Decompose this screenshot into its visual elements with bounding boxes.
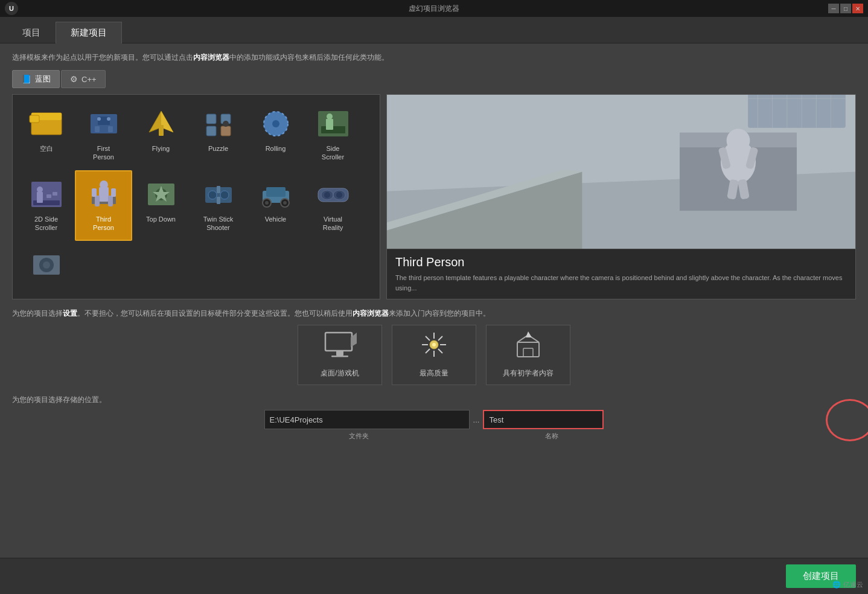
template-puzzle[interactable]: Puzzle (190, 100, 247, 170)
quality-icon (421, 331, 447, 363)
svg-line-94 (438, 336, 442, 340)
svg-point-32 (100, 180, 108, 189)
svg-point-59 (43, 261, 50, 269)
template-blank-icon (25, 106, 68, 142)
svg-rect-31 (99, 187, 109, 202)
template-vehicle-icon (255, 176, 297, 212)
settings-starter-btn[interactable]: 具有初学者内容 (486, 325, 570, 385)
template-side-scroller[interactable]: SideScroller (304, 100, 362, 170)
template-vr[interactable]: VirtualReality (304, 170, 362, 241)
template-vr-label: VirtualReality (323, 215, 343, 232)
template-vehicle[interactable]: Vehicle (247, 170, 304, 241)
svg-point-67 (727, 129, 750, 152)
template-rolling[interactable]: Rolling (247, 100, 304, 170)
lang-tab-cpp[interactable]: ⚙ C++ (61, 70, 106, 88)
svg-point-56 (336, 192, 342, 198)
path-inputs: ... (12, 410, 856, 429)
main-container: 项目 新建项目 选择模板来作为起点以用于您的新项目。您可以通过点击内容浏览器中的… (0, 17, 868, 594)
svg-point-50 (283, 201, 287, 205)
template-vr-icon (312, 176, 354, 212)
template-puzzle-icon (197, 106, 240, 142)
template-tp-icon (83, 176, 125, 212)
svg-rect-35 (92, 188, 97, 197)
template-flying[interactable]: Flying (132, 100, 190, 170)
svg-point-7 (97, 117, 101, 121)
settings-buttons: 桌面/游戏机 (12, 325, 856, 385)
template-2d-icon (25, 176, 68, 212)
template-grid: 空白 (13, 95, 380, 299)
path-desc: 为您的项目选择存储的位置。 (12, 395, 856, 405)
path-input[interactable] (264, 410, 470, 429)
bottom-bar: 创建项目 (0, 558, 868, 594)
path-dots[interactable]: ... (470, 415, 483, 424)
starter-label: 具有初学者内容 (503, 368, 554, 378)
tab-projects[interactable]: 项目 (7, 22, 56, 43)
preview-title: Third Person (395, 255, 847, 269)
template-side-label: SideScroller (322, 144, 344, 162)
minimize-button[interactable]: ─ (828, 4, 839, 13)
template-first-person[interactable]: FirstPerson (75, 100, 132, 170)
desktop-icon (323, 331, 357, 363)
svg-point-27 (37, 187, 43, 193)
watermark: 🌐 亿速云 (832, 580, 863, 589)
template-third-person[interactable]: ThirdPerson (75, 170, 132, 241)
svg-rect-11 (159, 125, 164, 136)
template-tp-label: ThirdPerson (93, 215, 114, 232)
settings-desc: 为您的项目选择设置。不要担心，您可以稍后在项目设置的目标硬件部分变更这些设置。您… (12, 308, 856, 319)
template-twin-stick[interactable]: Twin StickShooter (190, 170, 247, 241)
name-input[interactable] (483, 410, 604, 429)
template-extra-icon (25, 247, 68, 283)
svg-rect-6 (108, 126, 113, 132)
template-ts-label: Twin StickShooter (203, 215, 234, 232)
template-2d-label: 2D SideScroller (34, 215, 58, 232)
svg-rect-99 (523, 348, 533, 357)
template-fp-label: FirstPerson (93, 144, 114, 162)
maximize-button[interactable]: □ (840, 4, 851, 13)
svg-line-93 (438, 349, 442, 353)
template-puzzle-label: Puzzle (208, 144, 228, 153)
template-td-icon (140, 176, 182, 212)
settings-quality-btn[interactable]: 最高质量 (392, 325, 476, 385)
svg-point-41 (208, 191, 217, 199)
svg-rect-15 (221, 126, 231, 136)
template-top-down[interactable]: Top Down (132, 170, 190, 241)
template-2d-side[interactable]: 2D SideScroller (18, 170, 75, 241)
svg-rect-14 (206, 126, 216, 136)
path-labels: 文件夹 名称 (12, 432, 856, 441)
svg-rect-85 (336, 351, 343, 356)
desktop-label: 桌面/游戏机 (321, 368, 359, 378)
tab-new-project[interactable]: 新建项目 (56, 22, 122, 43)
svg-rect-22 (326, 119, 333, 130)
cpp-icon: ⚙ (70, 74, 78, 84)
template-extra[interactable] (18, 241, 75, 294)
svg-rect-2 (30, 115, 39, 123)
svg-rect-29 (53, 192, 57, 196)
svg-rect-86 (331, 356, 348, 357)
template-fp-icon (83, 106, 125, 142)
template-side-icon (312, 106, 354, 142)
svg-rect-46 (266, 187, 286, 197)
description-text: 选择模板来作为起点以用于您的新项目。您可以通过点击内容浏览器中的添加功能或内容包… (12, 52, 856, 63)
window-title: 虚幻项目浏览器 (409, 4, 459, 14)
template-blank[interactable]: 空白 (18, 100, 75, 170)
svg-point-42 (220, 191, 229, 199)
window-controls: ─ □ ✕ (828, 4, 863, 13)
lang-tab-blueprint[interactable]: 📘 蓝图 (12, 70, 60, 88)
preview-panel: Third Person The third person template f… (386, 94, 856, 299)
template-ts-icon (197, 176, 240, 212)
svg-rect-98 (517, 342, 539, 357)
close-button[interactable]: ✕ (852, 4, 863, 13)
svg-rect-12 (206, 114, 216, 124)
name-label: 名称 (491, 432, 612, 441)
svg-point-8 (107, 117, 110, 121)
blueprint-icon: 📘 (21, 74, 31, 84)
svg-rect-28 (46, 194, 51, 198)
title-bar: U 虚幻项目浏览器 ─ □ ✕ (0, 0, 868, 17)
folder-label: 文件夹 (256, 432, 461, 441)
ue-logo: U (5, 2, 18, 15)
settings-desktop-btn[interactable]: 桌面/游戏机 (298, 325, 382, 385)
lang-tabs: 📘 蓝图 ⚙ C++ (12, 70, 856, 88)
template-flying-icon (140, 106, 182, 142)
content-area: 选择模板来作为起点以用于您的新项目。您可以通过点击内容浏览器中的添加功能或内容包… (0, 43, 868, 558)
svg-rect-43 (217, 186, 220, 193)
